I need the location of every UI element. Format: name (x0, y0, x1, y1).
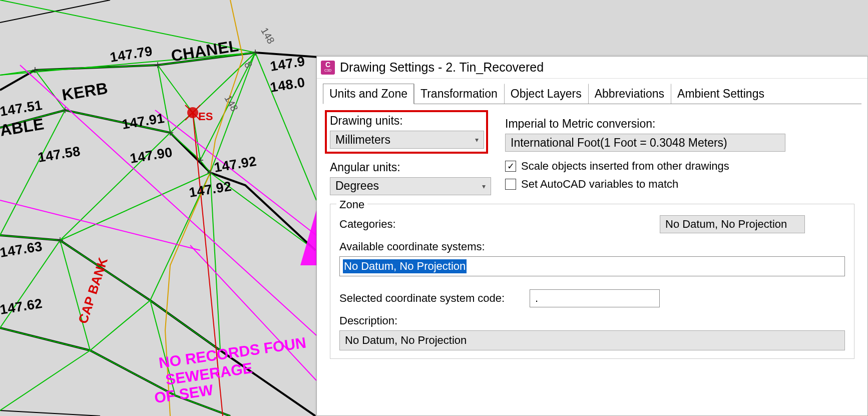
description-label: Description: (339, 314, 845, 327)
checkbox-checked-icon: ✓ (505, 161, 516, 172)
conversion-combo[interactable]: International Foot(1 Foot = 0.3048 Meter… (505, 134, 785, 152)
tab-panel-units-zone: Drawing units: Millimeters ▾ Imperial to… (323, 104, 861, 364)
scale-objects-checkbox-row[interactable]: ✓ Scale objects inserted from other draw… (505, 160, 854, 173)
svg-line-11 (158, 65, 193, 113)
checkbox-unchecked-icon (505, 179, 516, 190)
description-box: No Datum, No Projection (339, 330, 845, 350)
svg-line-26 (0, 328, 90, 350)
set-autocad-label: Set AutoCAD variables to match (521, 178, 678, 191)
svg-line-1 (0, 410, 100, 416)
svg-line-22 (0, 235, 60, 240)
svg-line-38 (155, 110, 316, 235)
svg-line-16 (200, 160, 210, 173)
tab-strip: Units and Zone Transformation Object Lay… (317, 79, 867, 104)
svg-line-12 (193, 53, 255, 113)
drawing-units-label: Drawing units: (330, 114, 484, 128)
selected-code-label: Selected coordinate system code: (339, 292, 530, 305)
selected-coord-item: No Datum, No Projection (343, 259, 467, 273)
angular-units-label: Angular units: (330, 161, 505, 174)
zone-group: Zone Categories: No Datum, No Projection… (330, 204, 854, 359)
tab-object-layers[interactable]: Object Layers (504, 84, 588, 104)
categories-label: Categories: (339, 218, 660, 231)
svg-line-5 (35, 65, 158, 70)
svg-line-35 (0, 350, 90, 410)
svg-line-34 (255, 53, 316, 200)
available-coord-label: Available coordinate systems: (339, 240, 845, 253)
marker-label-es: ES (198, 110, 213, 123)
zone-group-title: Zone (336, 198, 367, 211)
conversion-label: Imperial to Metric conversion: (505, 117, 854, 131)
chevron-down-icon: ▾ (475, 136, 479, 144)
civil3d-icon: C C3D (321, 61, 335, 75)
tab-abbreviations[interactable]: Abbreviations (588, 84, 671, 104)
svg-line-33 (210, 173, 220, 350)
categories-combo[interactable]: No Datum, No Projection (660, 215, 805, 233)
available-coord-select[interactable]: No Datum, No Projection (339, 256, 845, 276)
selected-code-input[interactable] (530, 289, 660, 307)
tab-ambient-settings[interactable]: Ambient Settings (671, 84, 771, 104)
dialog-titlebar[interactable]: C C3D Drawing Settings - 2. Tin_Recovere… (317, 57, 867, 79)
set-autocad-checkbox-row[interactable]: Set AutoCAD variables to match (505, 178, 854, 191)
svg-line-21 (60, 173, 210, 240)
svg-line-31 (150, 300, 220, 350)
scale-objects-label: Scale objects inserted from other drawin… (521, 160, 729, 173)
tab-units-zone[interactable]: Units and Zone (323, 84, 414, 104)
drawing-units-highlight: Drawing units: Millimeters ▾ (326, 111, 487, 153)
drawing-units-combo[interactable]: Millimeters ▾ (330, 131, 484, 149)
tab-transformation[interactable]: Transformation (414, 84, 504, 104)
chevron-down-icon: ▾ (482, 182, 486, 190)
svg-line-28 (90, 300, 150, 350)
drawing-settings-dialog: C C3D Drawing Settings - 2. Tin_Recovere… (316, 56, 868, 416)
dialog-title: Drawing Settings - 2. Tin_Recovered (340, 60, 544, 75)
angular-units-combo[interactable]: Degrees ▾ (330, 177, 491, 195)
